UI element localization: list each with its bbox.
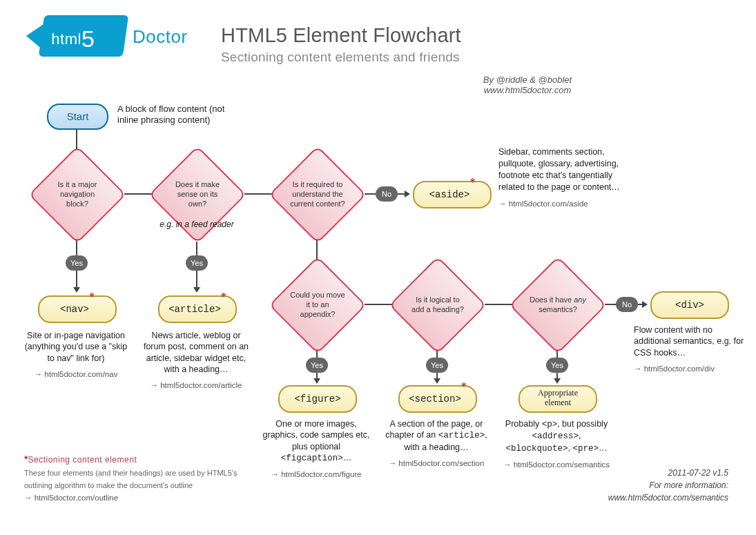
feed-note: e.g. in a feed reader: [159, 220, 235, 229]
desc-appropriate: Probably <p>, but possibly <address>, <b…: [501, 418, 612, 470]
flowchart-canvas: html5 Doctor HTML5 Element Flowchart Sec…: [0, 0, 756, 535]
decision-semantics: Does it have any semantics?: [523, 271, 592, 340]
desc-article: News article, weblog or forum post, comm…: [141, 330, 251, 391]
result-figure: <figure>: [278, 385, 357, 413]
arrow-head: [642, 301, 648, 308]
desc-figure: One or more images, graphics, code sampl…: [261, 418, 371, 480]
yes-badge: Yes: [306, 358, 328, 373]
no-badge: No: [376, 186, 398, 202]
footnote: *Sectioning content element These four e…: [24, 452, 245, 504]
arrow-head: [434, 378, 440, 384]
decision-article: Does it make sense on its own?: [163, 160, 232, 229]
arrow-head: [193, 287, 200, 293]
arrow-head: [313, 378, 320, 384]
page-title: HTML5 Element Flowchart: [221, 24, 461, 47]
yes-badge: Yes: [66, 255, 88, 271]
arrow-head: [73, 287, 80, 293]
yes-badge: Yes: [546, 358, 568, 373]
no-badge: No: [616, 297, 638, 312]
logo-text: html: [51, 30, 81, 48]
doctor-label: Doctor: [133, 26, 188, 48]
result-appropriate: Appropriateelement: [518, 385, 597, 413]
byline-authors: By @riddle & @boblet: [458, 75, 597, 85]
desc-section: A section of the page, or chapter of an …: [381, 418, 492, 469]
result-aside: <aside>*: [413, 181, 492, 208]
result-div: <div>: [650, 291, 729, 319]
meta-info: 2011-07-22 v1.5 For more information: ww…: [608, 467, 728, 504]
desc-div: Flow content with no additional semantic…: [634, 324, 744, 374]
byline: By @riddle & @boblet www.html5doctor.com: [458, 75, 597, 95]
arrow-head: [554, 378, 561, 384]
start-node: Start: [47, 104, 108, 130]
result-section: <section>*: [398, 385, 477, 413]
page-subtitle: Sectioning content elements and friends: [221, 50, 460, 65]
html5-logo: html5: [39, 15, 128, 57]
result-article: <article>*: [158, 295, 237, 323]
desc-nav: Site or in-page navigation (anything you…: [21, 330, 131, 380]
decision-section: Is it logical to add a heading?: [403, 271, 472, 340]
byline-url: www.html5doctor.com: [458, 85, 597, 95]
arrow-head: [405, 191, 410, 197]
logo-digit: 5: [81, 26, 95, 52]
result-nav: <nav>*: [38, 295, 117, 323]
decision-nav: Is it a major navigation block?: [43, 160, 112, 229]
decision-figure: Could you move it to an appendix?: [283, 271, 352, 340]
start-note: A block of flow content (not inline phra…: [117, 104, 235, 126]
decision-aside: Is it required to understand the current…: [283, 160, 352, 229]
desc-aside: Sidebar, comments section, pullquote, gl…: [498, 146, 623, 209]
yes-badge: Yes: [426, 358, 448, 373]
yes-badge: Yes: [186, 255, 208, 271]
